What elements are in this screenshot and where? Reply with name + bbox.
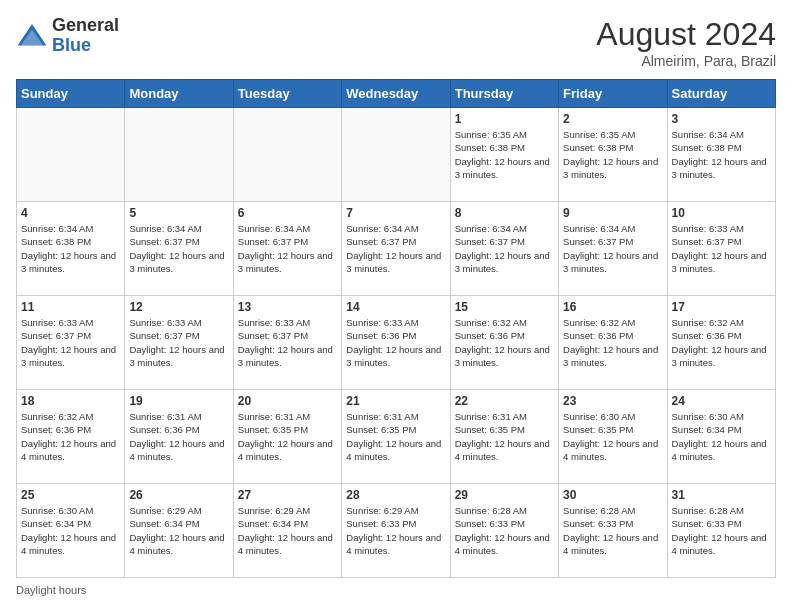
calendar-cell: 25Sunrise: 6:30 AMSunset: 6:34 PMDayligh… (17, 484, 125, 578)
day-number: 29 (455, 488, 554, 502)
footer-label: Daylight hours (16, 584, 86, 596)
day-info: Sunrise: 6:31 AMSunset: 6:35 PMDaylight:… (346, 410, 445, 463)
calendar-cell: 20Sunrise: 6:31 AMSunset: 6:35 PMDayligh… (233, 390, 341, 484)
header-day-sunday: Sunday (17, 80, 125, 108)
day-number: 6 (238, 206, 337, 220)
header-day-friday: Friday (559, 80, 667, 108)
day-info: Sunrise: 6:33 AMSunset: 6:36 PMDaylight:… (346, 316, 445, 369)
day-info: Sunrise: 6:34 AMSunset: 6:38 PMDaylight:… (672, 128, 771, 181)
day-number: 20 (238, 394, 337, 408)
calendar-cell: 26Sunrise: 6:29 AMSunset: 6:34 PMDayligh… (125, 484, 233, 578)
calendar-cell: 3Sunrise: 6:34 AMSunset: 6:38 PMDaylight… (667, 108, 775, 202)
calendar-cell (17, 108, 125, 202)
day-number: 11 (21, 300, 120, 314)
day-number: 12 (129, 300, 228, 314)
day-info: Sunrise: 6:33 AMSunset: 6:37 PMDaylight:… (238, 316, 337, 369)
calendar-cell: 9Sunrise: 6:34 AMSunset: 6:37 PMDaylight… (559, 202, 667, 296)
header-day-monday: Monday (125, 80, 233, 108)
calendar-cell: 12Sunrise: 6:33 AMSunset: 6:37 PMDayligh… (125, 296, 233, 390)
day-number: 22 (455, 394, 554, 408)
header-day-wednesday: Wednesday (342, 80, 450, 108)
day-number: 9 (563, 206, 662, 220)
day-info: Sunrise: 6:29 AMSunset: 6:34 PMDaylight:… (129, 504, 228, 557)
day-info: Sunrise: 6:32 AMSunset: 6:36 PMDaylight:… (21, 410, 120, 463)
header: General Blue August 2024 Almeirim, Para,… (16, 16, 776, 69)
day-info: Sunrise: 6:31 AMSunset: 6:35 PMDaylight:… (238, 410, 337, 463)
logo: General Blue (16, 16, 119, 56)
day-info: Sunrise: 6:34 AMSunset: 6:38 PMDaylight:… (21, 222, 120, 275)
day-number: 15 (455, 300, 554, 314)
calendar-cell: 28Sunrise: 6:29 AMSunset: 6:33 PMDayligh… (342, 484, 450, 578)
logo-general: General (52, 15, 119, 35)
day-number: 19 (129, 394, 228, 408)
calendar-cell: 31Sunrise: 6:28 AMSunset: 6:33 PMDayligh… (667, 484, 775, 578)
day-number: 14 (346, 300, 445, 314)
day-info: Sunrise: 6:34 AMSunset: 6:37 PMDaylight:… (346, 222, 445, 275)
calendar-cell: 22Sunrise: 6:31 AMSunset: 6:35 PMDayligh… (450, 390, 558, 484)
logo-blue: Blue (52, 35, 91, 55)
day-info: Sunrise: 6:29 AMSunset: 6:34 PMDaylight:… (238, 504, 337, 557)
calendar-cell: 1Sunrise: 6:35 AMSunset: 6:38 PMDaylight… (450, 108, 558, 202)
day-number: 28 (346, 488, 445, 502)
day-number: 30 (563, 488, 662, 502)
calendar-cell: 17Sunrise: 6:32 AMSunset: 6:36 PMDayligh… (667, 296, 775, 390)
week-row-4: 25Sunrise: 6:30 AMSunset: 6:34 PMDayligh… (17, 484, 776, 578)
day-info: Sunrise: 6:30 AMSunset: 6:34 PMDaylight:… (672, 410, 771, 463)
day-info: Sunrise: 6:28 AMSunset: 6:33 PMDaylight:… (672, 504, 771, 557)
day-info: Sunrise: 6:33 AMSunset: 6:37 PMDaylight:… (672, 222, 771, 275)
title-block: August 2024 Almeirim, Para, Brazil (596, 16, 776, 69)
day-info: Sunrise: 6:34 AMSunset: 6:37 PMDaylight:… (129, 222, 228, 275)
day-info: Sunrise: 6:34 AMSunset: 6:37 PMDaylight:… (238, 222, 337, 275)
day-info: Sunrise: 6:30 AMSunset: 6:34 PMDaylight:… (21, 504, 120, 557)
day-number: 4 (21, 206, 120, 220)
day-info: Sunrise: 6:33 AMSunset: 6:37 PMDaylight:… (21, 316, 120, 369)
day-info: Sunrise: 6:35 AMSunset: 6:38 PMDaylight:… (563, 128, 662, 181)
day-info: Sunrise: 6:32 AMSunset: 6:36 PMDaylight:… (672, 316, 771, 369)
week-row-1: 4Sunrise: 6:34 AMSunset: 6:38 PMDaylight… (17, 202, 776, 296)
calendar-cell (233, 108, 341, 202)
location-subtitle: Almeirim, Para, Brazil (596, 53, 776, 69)
month-title: August 2024 (596, 16, 776, 53)
calendar-cell: 30Sunrise: 6:28 AMSunset: 6:33 PMDayligh… (559, 484, 667, 578)
day-number: 1 (455, 112, 554, 126)
calendar-cell: 13Sunrise: 6:33 AMSunset: 6:37 PMDayligh… (233, 296, 341, 390)
calendar-cell: 4Sunrise: 6:34 AMSunset: 6:38 PMDaylight… (17, 202, 125, 296)
header-day-tuesday: Tuesday (233, 80, 341, 108)
day-number: 16 (563, 300, 662, 314)
day-info: Sunrise: 6:34 AMSunset: 6:37 PMDaylight:… (563, 222, 662, 275)
week-row-0: 1Sunrise: 6:35 AMSunset: 6:38 PMDaylight… (17, 108, 776, 202)
day-number: 7 (346, 206, 445, 220)
day-number: 23 (563, 394, 662, 408)
page: General Blue August 2024 Almeirim, Para,… (0, 0, 792, 612)
calendar-cell: 7Sunrise: 6:34 AMSunset: 6:37 PMDaylight… (342, 202, 450, 296)
header-day-saturday: Saturday (667, 80, 775, 108)
day-number: 21 (346, 394, 445, 408)
day-number: 26 (129, 488, 228, 502)
day-number: 8 (455, 206, 554, 220)
day-info: Sunrise: 6:32 AMSunset: 6:36 PMDaylight:… (455, 316, 554, 369)
day-info: Sunrise: 6:29 AMSunset: 6:33 PMDaylight:… (346, 504, 445, 557)
calendar-table: SundayMondayTuesdayWednesdayThursdayFrid… (16, 79, 776, 578)
day-info: Sunrise: 6:30 AMSunset: 6:35 PMDaylight:… (563, 410, 662, 463)
day-info: Sunrise: 6:28 AMSunset: 6:33 PMDaylight:… (455, 504, 554, 557)
day-number: 10 (672, 206, 771, 220)
calendar-cell: 5Sunrise: 6:34 AMSunset: 6:37 PMDaylight… (125, 202, 233, 296)
calendar-cell: 15Sunrise: 6:32 AMSunset: 6:36 PMDayligh… (450, 296, 558, 390)
week-row-3: 18Sunrise: 6:32 AMSunset: 6:36 PMDayligh… (17, 390, 776, 484)
day-number: 27 (238, 488, 337, 502)
day-info: Sunrise: 6:28 AMSunset: 6:33 PMDaylight:… (563, 504, 662, 557)
calendar-cell: 29Sunrise: 6:28 AMSunset: 6:33 PMDayligh… (450, 484, 558, 578)
calendar-cell: 23Sunrise: 6:30 AMSunset: 6:35 PMDayligh… (559, 390, 667, 484)
day-info: Sunrise: 6:31 AMSunset: 6:36 PMDaylight:… (129, 410, 228, 463)
day-number: 2 (563, 112, 662, 126)
logo-icon (16, 20, 48, 52)
calendar-cell: 19Sunrise: 6:31 AMSunset: 6:36 PMDayligh… (125, 390, 233, 484)
footer: Daylight hours (16, 584, 776, 596)
day-number: 24 (672, 394, 771, 408)
calendar-cell: 11Sunrise: 6:33 AMSunset: 6:37 PMDayligh… (17, 296, 125, 390)
day-info: Sunrise: 6:34 AMSunset: 6:37 PMDaylight:… (455, 222, 554, 275)
calendar-cell: 6Sunrise: 6:34 AMSunset: 6:37 PMDaylight… (233, 202, 341, 296)
calendar-cell: 8Sunrise: 6:34 AMSunset: 6:37 PMDaylight… (450, 202, 558, 296)
week-row-2: 11Sunrise: 6:33 AMSunset: 6:37 PMDayligh… (17, 296, 776, 390)
day-number: 17 (672, 300, 771, 314)
